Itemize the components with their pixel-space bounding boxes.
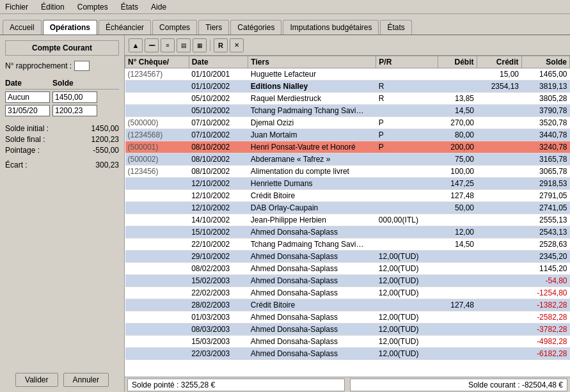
table-row[interactable]: 22/10/2002 Tchang Padmaing Tchang Savi… …: [125, 239, 570, 251]
menu-edition[interactable]: Édition: [38, 2, 67, 12]
table-row[interactable]: (1234567) 01/10/2001 Huguette Lefacteur …: [125, 68, 570, 81]
solde-initial-value: 1450,00: [91, 124, 119, 133]
tab-echeancier[interactable]: Échéancier: [99, 20, 151, 35]
cell-credit: [477, 226, 521, 239]
table-row[interactable]: 28/02/2003 Crédit Bitoire 127,48 -1382,2…: [125, 299, 570, 311]
table-row[interactable]: 15/03/2003 Ahmed Donsaha-Saplass 12,00(T…: [125, 336, 570, 348]
cell-credit: [477, 311, 521, 324]
tab-categories[interactable]: Catégories: [230, 20, 281, 35]
cell-date: 07/10/2002: [189, 129, 248, 141]
view3-button[interactable]: ▤: [177, 38, 191, 52]
filter-r-button[interactable]: R: [214, 38, 228, 52]
view1-button[interactable]: ━━: [145, 38, 159, 52]
cell-debit: [438, 324, 477, 336]
annuler-button[interactable]: Annuler: [63, 373, 109, 387]
table-row[interactable]: (123456) 08/10/2002 Alimentation du comp…: [125, 166, 570, 178]
cell-cheque: (500001): [125, 141, 189, 153]
summary-section: Solde initial : 1450,00 Solde final : 12…: [5, 124, 119, 169]
cell-cheque: [125, 214, 189, 226]
clear-filter-button[interactable]: ✕: [230, 38, 244, 52]
tab-accueil[interactable]: Accueil: [3, 20, 42, 35]
table-row[interactable]: 22/03/2003 Ahmed Donsaha-Saplass 12,00(T…: [125, 348, 570, 360]
col-pr: P/R: [376, 56, 438, 68]
cell-cheque: [125, 324, 189, 336]
cell-tiers: Crédit Bitoire: [248, 190, 376, 202]
tab-imputations[interactable]: Imputations budgétaires: [283, 20, 379, 35]
cell-tiers: Abderamane « Tafrez »: [248, 153, 376, 166]
cell-credit: [477, 287, 521, 299]
view2-button[interactable]: ≡: [161, 38, 175, 52]
table-row[interactable]: (1234568) 07/10/2002 Juan Mortaim P 80,0…: [125, 129, 570, 141]
cell-solde: 2918,53: [521, 178, 569, 190]
solde-final-row: Solde final : 1200,23: [5, 135, 119, 144]
view4-button[interactable]: ▦: [193, 38, 207, 52]
sort-asc-button[interactable]: ▲: [129, 38, 143, 52]
table-row[interactable]: 14/10/2002 Jean-Philippe Herbien 000,00(…: [125, 214, 570, 226]
cell-credit: [477, 263, 521, 275]
cell-cheque: [125, 299, 189, 311]
cell-credit: [477, 93, 521, 105]
table-row[interactable]: (500002) 08/10/2002 Abderamane « Tafrez …: [125, 153, 570, 166]
cell-solde: 3165,78: [521, 153, 569, 166]
menu-etats[interactable]: États: [118, 2, 141, 12]
cell-pr: [376, 299, 438, 311]
cell-date: 08/10/2002: [189, 153, 248, 166]
solde1-input[interactable]: [52, 91, 97, 103]
cell-solde: 3065,78: [521, 166, 569, 178]
status-solde-pointe: Solde pointé : 3255,28 €: [127, 379, 345, 391]
cell-date: 07/10/2002: [189, 117, 248, 129]
table-row[interactable]: 05/10/2002 Tchang Padmaing Tchang Savi… …: [125, 105, 570, 117]
rapprochement-input[interactable]: [74, 61, 90, 71]
tab-operations[interactable]: Opérations: [43, 20, 97, 35]
cell-cheque: [125, 287, 189, 299]
table-row[interactable]: 12/10/2002 Henriette Dumans 147,25 2918,…: [125, 178, 570, 190]
ecart-label: Écart :: [5, 161, 28, 169]
table-row[interactable]: 15/10/2002 Ahmed Donsaha-Saplass 12,00 2…: [125, 226, 570, 239]
cell-credit: [477, 324, 521, 336]
cell-cheque: [125, 190, 189, 202]
pointage-label: Pointage :: [5, 146, 40, 155]
cell-date: 08/02/2003: [189, 263, 248, 275]
cell-date: 12/10/2002: [189, 190, 248, 202]
cell-date: 15/10/2002: [189, 226, 248, 239]
cell-tiers: Crédit Bitoire: [248, 299, 376, 311]
cell-date: 29/10/2002: [189, 251, 248, 263]
table-row[interactable]: 05/10/2002 Raquel Merdiestruck R 13,85 3…: [125, 93, 570, 105]
table-row[interactable]: 22/02/2003 Ahmed Donsaha-Saplass 12,00(T…: [125, 287, 570, 299]
tab-comptes[interactable]: Comptes: [152, 20, 197, 35]
cell-pr: 12,00(TUD): [376, 263, 438, 275]
transactions-table: N° Chèque/ Date Tiers P/R Débit Crédit S…: [125, 56, 570, 360]
solde2-input[interactable]: [52, 105, 97, 116]
table-row[interactable]: 08/03/2003 Ahmed Donsaha-Saplass 12,00(T…: [125, 324, 570, 336]
transactions-table-container[interactable]: N° Chèque/ Date Tiers P/R Débit Crédit S…: [125, 56, 570, 377]
cell-solde: 3520,78: [521, 117, 569, 129]
statusbar: Solde pointé : 3255,28 € Solde courant :…: [125, 377, 570, 392]
table-row[interactable]: 01/03/2003 Ahmed Donsaha-Saplass 12,00(T…: [125, 311, 570, 324]
table-row[interactable]: 29/10/2002 Ahmed Donsaha-Saplass 12,00(T…: [125, 251, 570, 263]
tab-tiers[interactable]: Tiers: [198, 20, 229, 35]
menu-aide[interactable]: Aide: [148, 2, 169, 12]
cell-tiers: Jean-Philippe Herbien: [248, 214, 376, 226]
date2-input[interactable]: [5, 105, 50, 116]
cell-debit: 13,85: [438, 93, 477, 105]
table-row[interactable]: 12/10/2002 DAB Orlay-Caupain 50,00 2741,…: [125, 202, 570, 214]
menu-fichier[interactable]: Fichier: [3, 2, 31, 12]
table-row[interactable]: 15/02/2003 Ahmed Donsaha-Saplass 12,00(T…: [125, 275, 570, 287]
cell-credit: [477, 275, 521, 287]
date-solde-header: Date Solde: [5, 79, 119, 90]
cell-tiers: Alimentation du compte livret: [248, 166, 376, 178]
cell-tiers: Raquel Merdiestruck: [248, 93, 376, 105]
tab-etats[interactable]: États: [380, 20, 411, 35]
table-row[interactable]: 01/10/2002 Editions Nialley R 2354,13 38…: [125, 81, 570, 93]
menu-comptes[interactable]: Comptes: [75, 2, 111, 12]
table-row[interactable]: 12/10/2002 Crédit Bitoire 127,48 2791,05: [125, 190, 570, 202]
table-row[interactable]: 08/02/2003 Ahmed Donsaha-Saplass 12,00(T…: [125, 263, 570, 275]
cell-credit: [477, 239, 521, 251]
date1-input[interactable]: [5, 91, 50, 103]
valider-button[interactable]: Valider: [15, 373, 58, 387]
main-area: Compte Courant N° rapprochement : Date S…: [0, 35, 570, 392]
cell-credit: [477, 166, 521, 178]
cell-date: 15/02/2003: [189, 275, 248, 287]
table-row[interactable]: (500001) 08/10/2002 Henri Ponsat-Vautre …: [125, 141, 570, 153]
table-row[interactable]: (500000) 07/10/2002 Djemal Ozizi P 270,0…: [125, 117, 570, 129]
